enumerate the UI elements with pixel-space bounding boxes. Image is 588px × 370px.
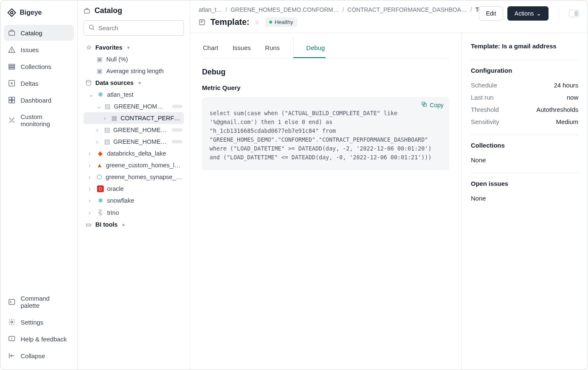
tab-issues[interactable]: Issues: [232, 37, 252, 58]
database-icon: [85, 79, 92, 86]
health-badge: Healthy: [265, 17, 297, 27]
chevron-right-icon: ›: [96, 138, 101, 145]
snowflake-icon: ❄: [97, 197, 104, 204]
loading-bar: [172, 105, 182, 108]
chevron-right-icon: ›: [89, 209, 94, 216]
svg-point-17: [89, 25, 93, 29]
nav-label: Catalog: [21, 29, 42, 37]
debug-heading: Debug: [202, 68, 449, 77]
catalog-title: Catalog: [94, 6, 122, 15]
breadcrumb-item[interactable]: atlan_t…: [199, 6, 222, 13]
svg-rect-5: [9, 66, 15, 67]
snowflake-icon: ❄: [97, 91, 104, 98]
nav-item-collections[interactable]: Collections: [4, 58, 74, 74]
nav-item-issues[interactable]: Issues: [4, 42, 74, 58]
tab-chart[interactable]: Chart: [202, 37, 219, 58]
tree-item-greene-homes-b[interactable]: › ▤ GREENE_HOMES_…: [84, 124, 184, 136]
nav-label: Help & feedback: [21, 336, 67, 343]
chevron-right-icon: ›: [89, 174, 93, 180]
tree-item-avg-string-length[interactable]: ▣ Average string length: [84, 65, 184, 77]
briefcase-icon: [8, 29, 16, 37]
edit-button[interactable]: Edit: [479, 6, 503, 21]
config-row-schedule: Schedule 24 hours: [471, 79, 578, 91]
gear-icon: [8, 318, 16, 326]
nav-item-collapse[interactable]: Collapse: [4, 348, 74, 364]
open-issues-heading: Open issues: [471, 180, 578, 187]
breadcrumb-item[interactable]: CONTRACT_PERFORMANCE_DASHBOA…: [347, 6, 467, 13]
breadcrumb-item[interactable]: GREENE_HOMES_DEMO.CONFORM…: [231, 6, 339, 13]
alert-triangle-icon: [8, 46, 16, 53]
tree-section-bi-tools[interactable]: ▭ BI tools ▸: [84, 219, 184, 230]
chevron-down-icon: ⌄: [536, 10, 541, 17]
tree-item-snowflake[interactable]: › ❄ snowflake: [84, 195, 184, 206]
favorite-star-icon[interactable]: ☆: [255, 19, 260, 26]
tree-item-greene-custom[interactable]: › ▲ greene_custom_homes_lake…: [84, 159, 184, 171]
config-row-last-run: Last run now: [471, 91, 578, 103]
grid-icon: [8, 96, 16, 104]
tree-item-null-percent[interactable]: ▣ Null (%): [84, 53, 184, 65]
open-issues-value: None: [471, 195, 486, 202]
page-title: Template:: [210, 17, 249, 27]
divider: [559, 8, 559, 19]
details-title: Template: Is a gmail address: [471, 42, 578, 50]
svg-point-18: [87, 80, 91, 82]
tab-runs[interactable]: Runs: [264, 37, 281, 58]
copy-button[interactable]: Copy: [421, 101, 444, 108]
table-icon: ▦: [111, 115, 117, 122]
nav-item-catalog[interactable]: Catalog: [4, 25, 74, 41]
chevron-right-icon: ›: [89, 197, 94, 204]
query-text[interactable]: select sum(case when ("ACTUAL_BUILD_COMP…: [210, 109, 442, 162]
tools-icon: [8, 116, 16, 124]
svg-point-13: [11, 321, 13, 323]
breadcrumb-sep-icon: /: [470, 6, 472, 13]
schema-icon: ▤: [104, 127, 110, 133]
nav-item-deltas[interactable]: Deltas: [4, 75, 74, 91]
chevron-down-icon: ⌄: [96, 103, 101, 110]
tree-section-data-sources[interactable]: Data sources ▾: [84, 77, 184, 89]
terminal-icon: [8, 298, 16, 306]
tree-item-contract-performance[interactable]: › ▦ CONTRACT_PERFORM…: [84, 112, 184, 124]
template-icon: [199, 18, 205, 26]
tree-item-trino[interactable]: › 🐇 trino: [84, 206, 184, 219]
nav-item-dashboard[interactable]: Dashboard: [4, 92, 74, 108]
briefcase-icon: [84, 7, 90, 15]
svg-rect-10: [9, 100, 11, 103]
primary-nav: Bigeye Catalog Issues Collections: [0, 0, 78, 370]
nav-label: Collections: [21, 63, 51, 70]
nav-label: Deltas: [21, 80, 39, 87]
tree-item-greene-homes-c[interactable]: › ▤ GREENE_HOMES_…: [84, 136, 184, 148]
tree-item-greene-synapse[interactable]: › ⬡ greene_homes_synapse_repl…: [84, 171, 184, 183]
nav-item-custom-monitoring[interactable]: Custom monitoring: [4, 109, 74, 132]
nav-item-help[interactable]: Help & feedback: [4, 331, 74, 347]
collections-heading: Collections: [471, 142, 578, 149]
catalog-search-input[interactable]: [98, 24, 179, 32]
nav-item-settings[interactable]: Settings: [4, 314, 74, 330]
config-heading: Configuration: [471, 67, 578, 74]
tree-item-atlan-test[interactable]: ⌄ ❄ atlan_test: [84, 89, 184, 100]
breadcrumb-sep-icon: /: [342, 6, 344, 13]
toggle-right-panel-button[interactable]: [569, 10, 579, 17]
tab-debug[interactable]: Debug: [293, 37, 326, 58]
chevron-right-icon: ›: [89, 150, 94, 157]
nav-item-command-palette[interactable]: Command palette: [4, 291, 74, 313]
help-icon: [8, 335, 16, 343]
tree-item-databricks[interactable]: › ◆ databricks_delta_lake: [84, 148, 184, 159]
chevron-right-icon: ›: [96, 127, 101, 133]
config-row-sensitivity: Sensitivity Medium: [471, 116, 578, 128]
collections-icon: [8, 63, 16, 70]
tree-section-favorites[interactable]: ☆ Favorites ▾: [84, 42, 184, 53]
caret-right-icon: ▸: [123, 222, 125, 227]
tree-item-oracle[interactable]: › O oracle: [84, 183, 184, 195]
main-area: atlan_t… / GREENE_HOMES_DEMO.CONFORM… / …: [190, 0, 588, 370]
details-panel: Template: Is a gmail address Configurati…: [462, 33, 588, 370]
loading-bar: [172, 140, 182, 143]
bi-icon: ▭: [85, 221, 92, 228]
copy-icon: [421, 101, 427, 108]
tree-item-greene-homes-a[interactable]: ⌄ ▤ GREENE_HOMES_…: [84, 100, 184, 112]
metric-query-heading: Metric Query: [202, 84, 449, 91]
svg-rect-4: [9, 64, 15, 66]
svg-rect-16: [84, 9, 89, 13]
actions-button[interactable]: Actions ⌄: [507, 6, 549, 21]
nav-label: Dashboard: [21, 97, 51, 104]
catalog-search[interactable]: [84, 20, 184, 36]
